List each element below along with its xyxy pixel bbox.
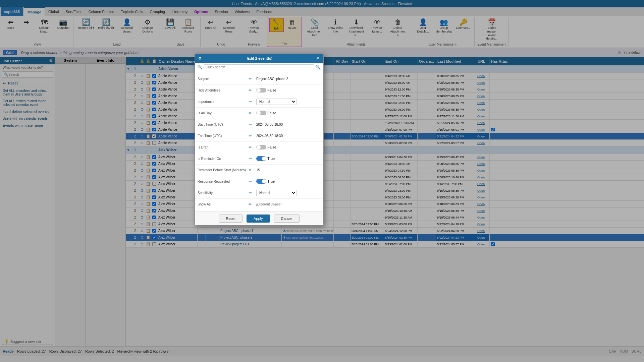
modal-field-responserequested: Response Requested ✏ True: [195, 176, 323, 187]
isallday-edit-icon[interactable]: ✏: [249, 111, 254, 115]
modal-footer: Reset Apply Cancel: [195, 212, 323, 225]
modal-field-starttime: Start Time (UTC) ✏ 2024-05-30 18:00: [195, 119, 323, 130]
modal-field-isdraft: Is Draft ✏ False: [195, 142, 323, 153]
starttime-edit-icon[interactable]: ✏: [249, 122, 254, 127]
modal-field-hide-attendees: Hide Attendees ✏ False: [195, 85, 323, 96]
modal-field-showas: Show As ✏ [Different values]: [195, 199, 323, 210]
reminderbefore-edit-icon[interactable]: ✏: [249, 168, 254, 172]
modal-field-importance: Importance ✏ Normal Low High: [195, 96, 323, 108]
responserequested-edit-icon[interactable]: ✏: [249, 179, 254, 184]
modal-body: Subject ✏ Project ABC: phase 2 Hide Atte…: [195, 72, 323, 212]
modal-search-bar: 🔍 🔍: [195, 63, 323, 72]
isdraft-toggle[interactable]: False: [256, 145, 276, 149]
modal-field-isallday: Is All Day ✏ False: [195, 108, 323, 119]
modal-cancel-button[interactable]: Cancel: [274, 215, 300, 223]
modal-field-isreminderon: Is Reminder On ✏ True: [195, 153, 323, 165]
importance-select[interactable]: Normal Low High: [256, 99, 297, 105]
modal-title: Edit 2 event(s): [247, 56, 272, 60]
modal-close-button[interactable]: ✕: [316, 56, 320, 61]
showas-edit-icon[interactable]: ✏: [249, 202, 254, 206]
modal-field-reminderbefore: Reminder Before Start (Minutes) ✏ 15: [195, 165, 323, 176]
endtime-edit-icon[interactable]: ✏: [249, 134, 254, 138]
modal-overlay[interactable]: ⚙ Edit 2 event(s) ✕ 🔍 🔍 Subject ✏ Projec…: [0, 0, 644, 362]
modal-search-input[interactable]: [204, 64, 314, 70]
responserequested-toggle[interactable]: True: [256, 179, 275, 184]
modal-field-subject: Subject ✏ Project ABC: phase 2: [195, 73, 323, 85]
modal-icon: ⚙: [198, 56, 202, 61]
modal-field-endtime: End Time (UTC) ✏ 2024-05-30 18:30: [195, 130, 323, 142]
hide-attendees-edit-icon[interactable]: ✏: [249, 88, 254, 93]
sensitivity-edit-icon[interactable]: ✏: [249, 191, 254, 195]
modal-titlebar: ⚙ Edit 2 event(s) ✕: [195, 54, 323, 63]
subject-edit-icon[interactable]: ✏: [249, 77, 254, 81]
edit-modal: ⚙ Edit 2 event(s) ✕ 🔍 🔍 Subject ✏ Projec…: [195, 54, 324, 226]
importance-edit-icon[interactable]: ✏: [249, 100, 254, 104]
modal-field-sensitivity: Sensitivity ✏ Normal Private Personal Co…: [195, 187, 323, 199]
modal-search-icon: 🔍: [198, 65, 202, 69]
hide-attendees-toggle[interactable]: False: [256, 88, 276, 93]
modal-search-btn[interactable]: 🔍: [315, 65, 321, 70]
modal-reset-button[interactable]: Reset: [219, 215, 243, 223]
isallday-toggle[interactable]: False: [256, 111, 276, 115]
isdraft-edit-icon[interactable]: ✏: [249, 145, 254, 149]
modal-apply-button[interactable]: Apply: [247, 215, 270, 223]
isreminderon-edit-icon[interactable]: ✏: [249, 157, 254, 161]
sensitivity-select[interactable]: Normal Private Personal Confidential: [256, 190, 297, 196]
isreminderon-toggle[interactable]: True: [256, 156, 275, 161]
